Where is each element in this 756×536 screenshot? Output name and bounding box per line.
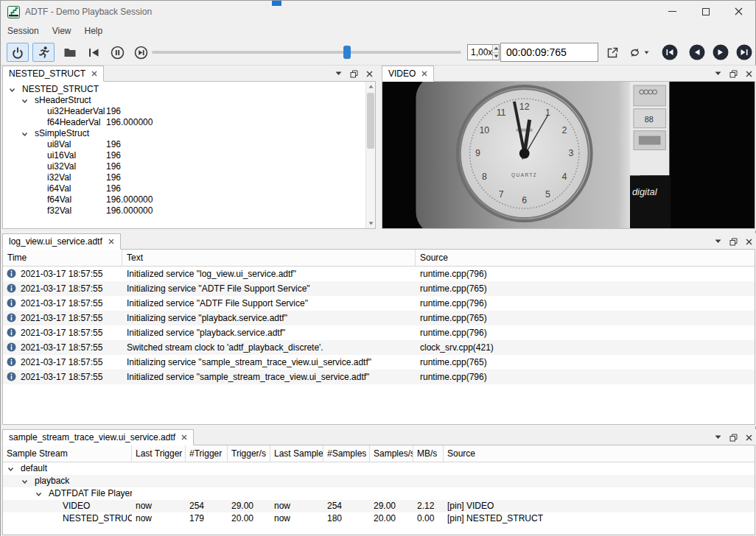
tree-row[interactable]: f64HeaderVal 196.000000: [3, 117, 375, 128]
log-row[interactable]: 2021-03-17 18:57:55 Switched stream cloc…: [3, 340, 755, 355]
vertical-scrollbar[interactable]: [365, 82, 375, 228]
menu-item[interactable]: View: [46, 24, 78, 38]
trace-table-header: Sample StreamLast Trigger#TriggerTrigger…: [3, 445, 755, 462]
column-header[interactable]: #Samples: [323, 445, 370, 462]
trace-row[interactable]: NESTED_STRUCT now 179 20.00 now 180 20.0…: [3, 512, 755, 525]
slider-groove[interactable]: [152, 51, 461, 54]
playback-time-field[interactable]: 00:00:09:765: [500, 43, 598, 62]
tab-video[interactable]: VIDEO: [382, 66, 434, 82]
log-row[interactable]: 2021-03-17 18:57:55 Initialized service …: [3, 325, 755, 340]
tree-row[interactable]: ui32Val 196: [3, 161, 375, 172]
maximize-button[interactable]: [689, 1, 722, 22]
tab-trace-view[interactable]: sample_stream_trace_view.ui_service.adtf: [2, 429, 194, 445]
tree-row[interactable]: ui32HeaderVal 196: [3, 106, 375, 117]
column-header[interactable]: MB/s: [413, 445, 444, 462]
marker-next-button[interactable]: [736, 44, 752, 60]
open-file-button[interactable]: [60, 43, 80, 62]
tree-row[interactable]: f64Val 196.000000: [3, 194, 375, 205]
tree-row[interactable]: sHeaderStruct: [3, 95, 375, 106]
tree-row[interactable]: ui8Val 196: [3, 139, 375, 150]
run-toggle-button[interactable]: [32, 43, 55, 62]
trace-row[interactable]: default: [3, 462, 755, 475]
log-row[interactable]: 2021-03-17 18:57:55 Initialized service …: [3, 370, 755, 384]
tree-row[interactable]: sSimpleStruct: [3, 128, 375, 139]
panel-titlebar: VIDEO: [380, 66, 756, 82]
panel-close-icon[interactable]: [746, 71, 752, 77]
pause-button[interactable]: [107, 43, 127, 62]
column-header[interactable]: Last Trigger: [132, 445, 186, 462]
column-header[interactable]: Source: [444, 445, 755, 462]
playback-slider[interactable]: [152, 46, 461, 59]
expander-icon[interactable]: [21, 479, 28, 485]
panel-menu-icon[interactable]: [335, 71, 342, 76]
tab-log-view[interactable]: log_view.ui_service.adtf: [2, 233, 121, 250]
scrollbar-thumb[interactable]: [367, 93, 374, 149]
tab-close-icon[interactable]: [181, 434, 187, 440]
trace-row[interactable]: ADTFDAT File Player: [3, 487, 755, 500]
panel-menu-icon[interactable]: [715, 239, 721, 244]
panel-menu-icon[interactable]: [715, 435, 721, 440]
log-row[interactable]: 2021-03-17 18:57:55 Initializing service…: [3, 311, 755, 325]
panel-close-icon[interactable]: [366, 71, 373, 77]
trace-row[interactable]: playback: [3, 475, 755, 487]
column-header[interactable]: Samples/s: [370, 445, 413, 462]
svg-text:8: 8: [482, 172, 487, 182]
scroll-up-icon[interactable]: [366, 82, 375, 91]
menu-item[interactable]: Help: [78, 24, 110, 38]
panel-menu-icon[interactable]: [715, 71, 721, 76]
trace-row[interactable]: VIDEO now 254 29.00 now 254 29.00 2.12 […: [3, 500, 755, 512]
expander-icon[interactable]: [21, 131, 28, 138]
panel-float-icon[interactable]: [729, 70, 738, 78]
trigger-rate-value: [228, 462, 270, 475]
skip-to-start-button[interactable]: [83, 43, 104, 62]
speed-down-button[interactable]: [493, 52, 499, 60]
playback-slider-handle[interactable]: [343, 46, 351, 59]
tree-row[interactable]: f32Val 196.000000: [3, 205, 375, 216]
log-row[interactable]: 2021-03-17 18:57:55 Initialized service …: [3, 267, 755, 281]
panel-float-icon[interactable]: [350, 70, 358, 78]
column-header[interactable]: Last Sample: [270, 445, 323, 462]
column-header[interactable]: Trigger/s: [228, 445, 270, 462]
skip-to-end-button[interactable]: [130, 43, 151, 62]
expander-icon[interactable]: [9, 87, 15, 94]
step-forward-button[interactable]: [713, 44, 729, 60]
column-header[interactable]: Sample Stream: [3, 445, 132, 462]
expander-icon[interactable]: [35, 491, 42, 498]
tab-close-icon[interactable]: [108, 239, 114, 244]
scroll-down-icon[interactable]: [366, 219, 375, 228]
tree-row[interactable]: i32Val 196: [3, 172, 375, 183]
panel-close-icon[interactable]: [746, 434, 752, 441]
tree-item-value: 196.000000: [106, 117, 153, 128]
speed-up-button[interactable]: [493, 45, 499, 52]
tab-close-icon[interactable]: [91, 71, 97, 77]
expander-icon[interactable]: [21, 98, 28, 105]
tree-row[interactable]: ui16Val 196: [3, 150, 375, 161]
loop-mode-button[interactable]: [624, 43, 652, 62]
marker-prev-button[interactable]: [662, 44, 678, 60]
minimize-button[interactable]: [656, 1, 689, 22]
menu-item[interactable]: Session: [1, 24, 46, 38]
panel-float-icon[interactable]: [729, 434, 738, 442]
tab-nested-struct[interactable]: NESTED_STRUCT: [2, 66, 104, 82]
speed-spinbox[interactable]: 1,00x: [467, 44, 500, 60]
column-header[interactable]: #Trigger: [186, 445, 228, 462]
close-button[interactable]: [722, 1, 755, 22]
tree-row[interactable]: i64Val 196: [3, 183, 375, 194]
mb-rate-value: 0.00: [413, 512, 444, 525]
column-header[interactable]: Time: [3, 250, 122, 266]
power-toggle-button[interactable]: [7, 43, 29, 62]
log-row[interactable]: 2021-03-17 18:57:55 Initializing service…: [3, 281, 755, 296]
svg-text:10: 10: [479, 125, 489, 135]
column-header[interactable]: Source: [416, 250, 755, 266]
tab-close-icon[interactable]: [421, 71, 427, 77]
panel-float-icon[interactable]: [729, 238, 738, 246]
column-header[interactable]: Text: [122, 250, 416, 266]
titlebar[interactable]: ADTF - Demo Playback Session: [1, 1, 755, 23]
panel-close-icon[interactable]: [746, 239, 752, 245]
detach-button[interactable]: [602, 43, 623, 62]
log-row[interactable]: 2021-03-17 18:57:55 Initializing service…: [3, 355, 755, 370]
expander-icon[interactable]: [7, 466, 14, 473]
step-back-button[interactable]: [689, 44, 705, 60]
log-row[interactable]: 2021-03-17 18:57:55 Initialized service …: [3, 296, 755, 311]
tree-row[interactable]: NESTED_STRUCT: [3, 84, 375, 95]
